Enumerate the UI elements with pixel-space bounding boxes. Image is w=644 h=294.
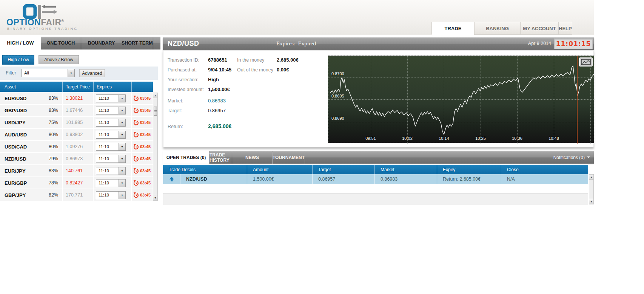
chevron-down-icon[interactable]: ▼ xyxy=(119,143,125,150)
option-type-tab[interactable]: HIGH / LOW xyxy=(0,37,41,50)
trade-row[interactable]: NZD/USD 1,500.00€ 0.86957 0.86983 Return… xyxy=(163,174,588,184)
asset-table-scrollbar[interactable]: ▲ ▼ xyxy=(153,93,158,201)
expiry-column-header: Expiry xyxy=(437,165,501,174)
expiry-select[interactable]: 11:10 ▼ xyxy=(96,191,126,199)
option-type-tab[interactable]: SHORT TERM xyxy=(122,37,153,50)
invested-amount-value: 1,500.00€ xyxy=(208,87,230,92)
expires-status: Expires: Expired xyxy=(276,40,316,47)
top-nav-tab[interactable]: HELP xyxy=(558,22,572,35)
trade-expiry: Return: 2,685.00€ xyxy=(437,174,501,184)
chevron-down-icon[interactable]: ▼ xyxy=(119,192,125,199)
selection-value: High xyxy=(208,77,219,82)
bottom-tab-bar: OPEN TRADES (0) TRADE HISTORY NEWS TOURN… xyxy=(163,151,594,164)
bottom-tab[interactable]: NEWS xyxy=(232,151,273,164)
scrollbar-thumb[interactable] xyxy=(154,107,157,116)
notifications-dropdown[interactable]: Notifications (0) xyxy=(553,151,590,164)
trade-symbol: NZD/USD xyxy=(168,40,199,48)
open-trades-scrollbar[interactable]: ▲ ▼ xyxy=(589,174,594,204)
asset-name: EUR/JPY xyxy=(5,168,26,174)
expiry-select[interactable]: 11:10 ▼ xyxy=(96,143,126,151)
trade-title-bar: NZD/USD Expires: Expired Apr 9 2014 11:0… xyxy=(163,37,594,50)
scroll-down-icon[interactable]: ▼ xyxy=(589,199,593,204)
target-price: 1.38021 xyxy=(66,96,83,101)
asset-payout: 75% xyxy=(49,120,62,125)
close-column-header: Close xyxy=(501,165,588,174)
countdown-time: 03:45 xyxy=(140,120,151,125)
bottom-tab[interactable]: TOURNAMENT xyxy=(273,151,305,164)
price-line-series xyxy=(328,56,595,144)
target-price: 101.985 xyxy=(66,120,83,125)
expiry-select[interactable]: 11:10 ▼ xyxy=(96,131,126,139)
asset-row[interactable]: USD/CAD 80% 1.09276 11:10 ▼ xyxy=(0,141,153,152)
scroll-up-icon[interactable]: ▲ xyxy=(589,175,593,180)
option-type-tab[interactable]: ONE TOUCH xyxy=(41,37,81,50)
expiry-select[interactable]: 11:10 ▼ xyxy=(96,119,126,127)
current-date: Apr 9 2014 xyxy=(510,41,551,46)
expiry-select[interactable]: 11:10 ▼ xyxy=(96,167,126,175)
out-of-money-label: Out of the money xyxy=(237,67,273,73)
asset-row[interactable]: EUR/GBP 78% 0.82427 11:10 ▼ xyxy=(0,177,153,189)
trade-asset: NZD/USD xyxy=(180,174,247,184)
asset-name: USD/CAD xyxy=(5,144,27,150)
chevron-down-icon[interactable]: ▼ xyxy=(119,155,125,162)
invested-amount-label: Invested amount: xyxy=(168,87,204,92)
optionfair-app: OPTIONFAIR® BINARY OPTIONS TRADING TRADE… xyxy=(0,0,644,294)
bottom-tab[interactable]: OPEN TRADES (0) xyxy=(163,151,210,164)
expiry-select[interactable]: 11:10 ▼ xyxy=(96,94,126,102)
chevron-down-icon xyxy=(587,156,590,158)
chevron-down-icon[interactable]: ▼ xyxy=(119,95,125,102)
chevron-down-icon[interactable]: ▼ xyxy=(68,69,74,77)
countdown-time: 03:45 xyxy=(140,156,151,161)
asset-name: AUD/USD xyxy=(5,132,27,138)
asset-row[interactable]: GBP/USD 83% 1.67446 11:10 ▼ xyxy=(0,105,153,116)
top-nav-tab[interactable]: TRADE xyxy=(431,22,474,35)
asset-row[interactable]: USD/JPY 75% 101.985 11:10 ▼ xyxy=(0,117,153,128)
expiry-select[interactable]: 11:10 ▼ xyxy=(96,155,126,163)
open-trades-footer xyxy=(163,193,588,205)
target-price-column-header: Target Price xyxy=(63,82,94,92)
chart-type-button[interactable] xyxy=(579,57,593,67)
trade-direction-up-icon xyxy=(169,176,174,182)
countdown-time: 03:45 xyxy=(140,96,151,101)
top-nav-tab[interactable]: MY ACCOUNT xyxy=(520,22,558,35)
top-nav-tab[interactable]: BANKING xyxy=(474,22,520,35)
scroll-down-icon[interactable]: ▼ xyxy=(153,195,157,200)
countdown-time: 03:45 xyxy=(140,181,151,185)
asset-name: NZD/USD xyxy=(5,156,26,162)
asset-row[interactable]: GBP/JPY 82% 170.771 11:10 ▼ xyxy=(0,189,153,201)
optionfair-logo-icon xyxy=(23,4,57,19)
divider xyxy=(168,94,300,94)
asset-table: EUR/USD 83% 1.38021 11:10 ▼ xyxy=(0,93,153,201)
asset-payout: 83% xyxy=(49,168,62,173)
asset-row[interactable]: AUD/USD 80% 0.93802 11:10 ▼ xyxy=(0,129,153,140)
chevron-down-icon[interactable]: ▼ xyxy=(119,119,125,126)
chevron-down-icon[interactable]: ▼ xyxy=(119,167,125,175)
high-low-mode-button[interactable]: High / Low xyxy=(3,55,34,64)
in-the-money-value: 2,685.00€ xyxy=(277,57,299,63)
asset-payout: 82% xyxy=(49,192,62,198)
market-value: 0.86983 xyxy=(208,98,226,104)
transaction-id-label: Transaction ID: xyxy=(168,57,199,63)
target-value: 0.86957 xyxy=(208,108,226,113)
filter-select[interactable]: All ▼ xyxy=(22,69,75,77)
asset-row[interactable]: EUR/JPY 83% 140.761 11:10 ▼ xyxy=(0,165,153,176)
advanced-button[interactable]: Advanced xyxy=(79,69,105,77)
expiry-select[interactable]: 11:10 ▼ xyxy=(96,107,126,115)
chevron-down-icon[interactable]: ▼ xyxy=(119,179,125,187)
selection-label: Your selection: xyxy=(168,77,199,82)
open-trades-header: Trade Details Amount Target Market Expir… xyxy=(163,165,588,174)
chevron-down-icon[interactable]: ▼ xyxy=(119,131,125,138)
open-trades-table: NZD/USD 1,500.00€ 0.86957 0.86983 Return… xyxy=(163,174,588,184)
above-below-mode-button[interactable]: Above / Below xyxy=(39,55,79,64)
asset-table-header: Asset Target Price Expires xyxy=(0,82,153,92)
option-type-tab[interactable]: BOUNDARY xyxy=(81,37,122,50)
chevron-down-icon[interactable]: ▼ xyxy=(119,107,125,114)
line-chart-icon xyxy=(581,59,591,65)
asset-row[interactable]: EUR/USD 83% 1.38021 11:10 ▼ xyxy=(0,93,153,104)
asset-row[interactable]: NZD/USD 79% 0.86973 11:10 ▼ xyxy=(0,153,153,164)
bottom-tab[interactable]: TRADE HISTORY xyxy=(210,151,232,164)
expiry-select[interactable]: 11:10 ▼ xyxy=(96,179,126,187)
scroll-up-icon[interactable]: ▲ xyxy=(153,93,157,98)
countdown-time: 03:45 xyxy=(140,193,151,197)
asset-name: USD/JPY xyxy=(5,120,26,125)
